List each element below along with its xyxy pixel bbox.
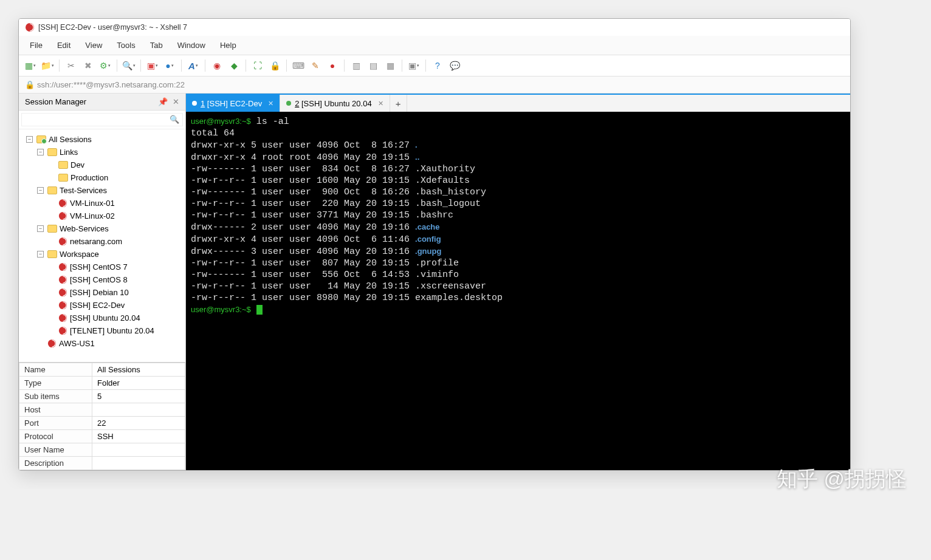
collapse-icon[interactable]: − (37, 225, 44, 232)
tile-h-icon[interactable]: ▥ (349, 59, 363, 72)
menu-tools[interactable]: Tools (111, 38, 141, 52)
tab-label: 1 [SSH] EC2-Dev (201, 99, 262, 108)
keyboard-icon[interactable]: ⌨ (292, 59, 305, 72)
tree-folder[interactable]: −Test-Services (36, 184, 183, 197)
session-tab[interactable]: 1 [SSH] EC2-Dev✕ (186, 95, 280, 112)
record-icon[interactable]: ● (326, 59, 339, 72)
collapse-icon[interactable]: − (37, 187, 44, 194)
right-pane: 1 [SSH] EC2-Dev✕2 [SSH] Ubuntu 20.04✕+ u… (186, 94, 850, 470)
toolbar-separator (402, 60, 402, 72)
folder-icon (36, 135, 46, 143)
close-tab-icon[interactable]: ✕ (268, 100, 273, 108)
tree-folder[interactable]: −Web-Services (36, 222, 183, 235)
collapse-icon[interactable]: − (37, 149, 44, 155)
watermark: 知乎 @拐拐怪 (777, 465, 907, 489)
prop-value: All Sessions (92, 363, 185, 377)
tree-label: [SSH] EC2-Dev (70, 299, 125, 312)
prop-key: Description (19, 457, 92, 470)
tree-label: Workspace (60, 248, 99, 261)
new-session-icon[interactable]: ▦▾ (24, 59, 37, 72)
tree-folder[interactable]: −Workspace (36, 248, 183, 261)
menu-view[interactable]: View (79, 38, 108, 52)
tree-session[interactable]: netsarang.com (47, 235, 183, 248)
tree-label: [SSH] CentOS 7 (70, 261, 128, 273)
menu-help[interactable]: Help (214, 38, 242, 52)
svg-point-10 (48, 340, 56, 347)
globe-icon[interactable]: ●▾ (163, 59, 176, 72)
titlebar[interactable]: [SSH] EC2-Dev - user@mysvr3: ~ - Xshell … (19, 19, 850, 36)
toolbar-separator (425, 60, 426, 72)
collapse-icon[interactable]: − (26, 136, 33, 143)
tree-root-node[interactable]: −All Sessions (25, 133, 183, 146)
app-icon[interactable]: ◉ (210, 59, 224, 72)
toolbar-separator (59, 60, 60, 72)
tree-session[interactable]: [TELNET] Ubuntu 20.04 (47, 324, 183, 337)
tree-session[interactable]: [SSH] Debian 10 (47, 286, 183, 299)
folder-icon (58, 161, 68, 169)
session-icon (58, 211, 67, 220)
toolbar-separator (140, 60, 141, 72)
close-panel-icon[interactable]: ✕ (173, 97, 179, 106)
help-icon[interactable]: ? (431, 59, 444, 72)
folder-icon (47, 186, 57, 194)
link-icon[interactable]: ✂ (64, 59, 78, 72)
feedback-icon[interactable]: 💬 (448, 59, 461, 72)
menu-file[interactable]: File (24, 38, 49, 52)
prop-value: 22 (92, 417, 185, 430)
tree-session[interactable]: [SSH] CentOS 7 (47, 261, 183, 273)
tree-folder[interactable]: Production (47, 171, 183, 184)
close-tab-icon[interactable]: ✕ (378, 100, 383, 108)
svg-point-4 (59, 263, 67, 271)
tree-label: Web-Services (60, 222, 109, 235)
search-icon[interactable]: 🔍▾ (122, 59, 136, 72)
add-tab-button[interactable]: + (390, 95, 407, 112)
tree-session[interactable]: VM-Linux-01 (47, 197, 183, 210)
svg-point-0 (26, 23, 34, 32)
tree-folder[interactable]: −Links (36, 146, 183, 159)
session-icon (58, 313, 67, 323)
tree-session[interactable]: [SSH] EC2-Dev (47, 299, 183, 312)
pin-icon[interactable]: 📌 (158, 97, 168, 106)
app-window: [SSH] EC2-Dev - user@mysvr3: ~ - Xshell … (18, 18, 851, 471)
menu-edit[interactable]: Edit (51, 38, 77, 52)
session-icon (58, 275, 67, 284)
terminal-output[interactable]: user@mysvr3:~$ ls -al total 64 drwxr-xr-… (186, 112, 850, 470)
toolbar-separator (117, 60, 117, 72)
fullscreen-icon[interactable]: ⛶ (251, 59, 264, 72)
disconnect-icon[interactable]: ✖ (81, 59, 95, 72)
highlighter-icon[interactable]: ✎ (309, 59, 322, 72)
tree-label: Links (60, 146, 78, 159)
arrange-icon[interactable]: ▣▾ (407, 59, 421, 72)
session-icon (58, 262, 67, 271)
panel-header: Session Manager 📌 ✕ (19, 94, 185, 111)
tree-folder[interactable]: Dev (47, 159, 183, 171)
status-dot-icon (286, 101, 291, 106)
cascade-icon[interactable]: ▦ (383, 59, 397, 72)
session-tab[interactable]: 2 [SSH] Ubuntu 20.04✕ (280, 95, 390, 112)
tree-session[interactable]: [SSH] CentOS 8 (47, 273, 183, 286)
session-icon (58, 288, 67, 297)
xftp-icon[interactable]: ◆ (227, 59, 241, 72)
window-title: [SSH] EC2-Dev - user@mysvr3: ~ - Xshell … (38, 23, 187, 32)
open-folder-icon[interactable]: 📁▾ (41, 59, 54, 72)
svg-point-5 (59, 276, 67, 284)
menu-tab[interactable]: Tab (144, 38, 169, 52)
toolbar-separator (181, 60, 182, 72)
tree-session[interactable]: [SSH] Ubuntu 20.04 (47, 312, 183, 324)
prop-value: 5 (92, 390, 185, 403)
tree-session[interactable]: VM-Linux-02 (47, 210, 183, 222)
tree-session[interactable]: AWS-US1 (36, 337, 183, 350)
svg-point-8 (59, 314, 67, 322)
server-icon[interactable]: ▣▾ (146, 59, 159, 72)
font-icon[interactable]: A▾ (187, 59, 200, 72)
gear-icon[interactable]: ⚙▾ (98, 59, 112, 72)
prop-key: Protocol (19, 430, 92, 443)
menubar: FileEditViewToolsTabWindowHelp (19, 36, 850, 55)
tab-bar: 1 [SSH] EC2-Dev✕2 [SSH] Ubuntu 20.04✕+ (186, 95, 850, 112)
search-input[interactable] (21, 113, 183, 126)
address-bar[interactable]: 🔒 ssh://user:****@mysvr3.netsarang.com:2… (19, 77, 850, 94)
lock-icon[interactable]: 🔒 (268, 59, 281, 72)
tile-v-icon[interactable]: ▤ (366, 59, 380, 72)
menu-window[interactable]: Window (171, 38, 211, 52)
collapse-icon[interactable]: − (37, 251, 44, 258)
